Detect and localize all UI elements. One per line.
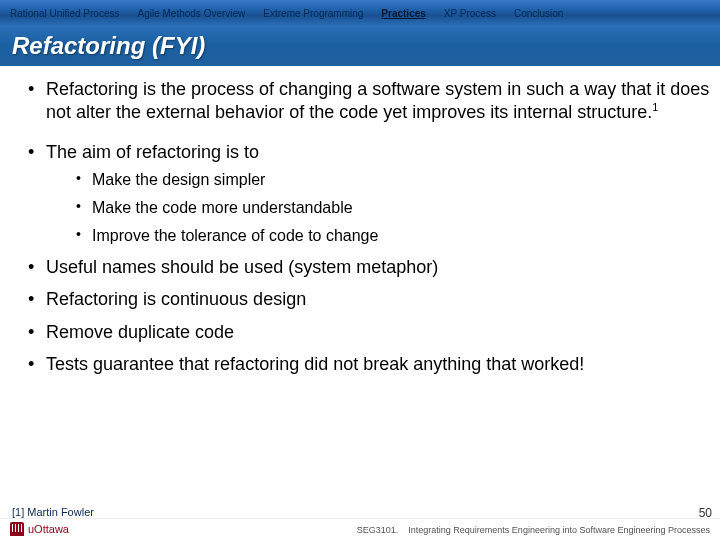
breadcrumb-nav: Rational Unified Process Agile Methods O… bbox=[0, 0, 720, 26]
sub-bullet: Make the code more understandable bbox=[76, 198, 710, 218]
nav-item-xp[interactable]: Extreme Programming bbox=[263, 8, 363, 19]
slide-body: Refactoring is the process of changing a… bbox=[0, 66, 720, 504]
slide-title: Refactoring (FYI) bbox=[12, 32, 205, 60]
citation: [1] Martin Fowler bbox=[0, 504, 720, 518]
sub-bullet: Make the design simpler bbox=[76, 170, 710, 190]
nav-item-xp-process[interactable]: XP Process bbox=[444, 8, 496, 19]
footer: SEG3101. Integrating Requirements Engine… bbox=[0, 518, 720, 540]
nav-item-practices[interactable]: Practices bbox=[381, 8, 425, 19]
footnote-ref: 1 bbox=[652, 101, 658, 113]
bullet-tests: Tests guarantee that refactoring did not… bbox=[28, 353, 710, 376]
bullet-continuous: Refactoring is continuous design bbox=[28, 288, 710, 311]
nav-item-conclusion[interactable]: Conclusion bbox=[514, 8, 563, 19]
footer-course: SEG3101. bbox=[357, 525, 399, 535]
logo-text: uOttawa bbox=[28, 523, 69, 535]
sub-bullet: Improve the tolerance of code to change bbox=[76, 226, 710, 246]
page-number: 50 bbox=[699, 506, 712, 520]
uottawa-logo: uOttawa bbox=[10, 522, 69, 536]
nav-item-rup[interactable]: Rational Unified Process bbox=[10, 8, 120, 19]
bullet-names: Useful names should be used (system meta… bbox=[28, 256, 710, 279]
bullet-duplicate: Remove duplicate code bbox=[28, 321, 710, 344]
bullet-aim: The aim of refactoring is to Make the de… bbox=[28, 141, 710, 246]
logo-icon bbox=[10, 522, 24, 536]
footer-subtitle: Integrating Requirements Engineering int… bbox=[408, 525, 710, 535]
bullet-definition: Refactoring is the process of changing a… bbox=[28, 78, 710, 123]
title-bar: Refactoring (FYI) bbox=[0, 26, 720, 66]
nav-item-agile[interactable]: Agile Methods Overview bbox=[138, 8, 246, 19]
